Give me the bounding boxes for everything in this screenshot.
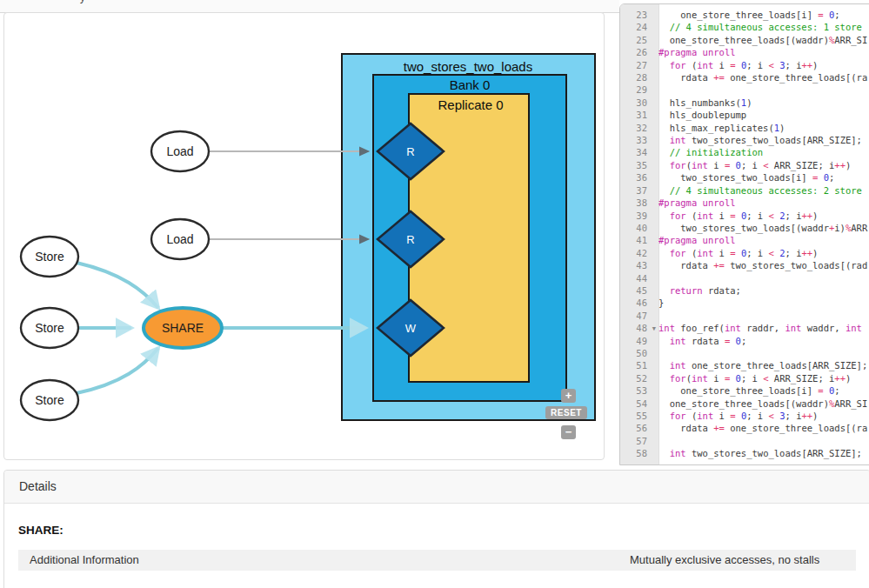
code-text: two_stores_two_loads[(waddr+i)%ARR: [658, 222, 869, 234]
line-number: 45: [620, 284, 658, 297]
line-number: 27: [620, 59, 658, 71]
line-number: 57: [620, 435, 658, 447]
zoom-in-button[interactable]: +: [561, 389, 576, 403]
code-line: 27 for (int i = 0; i < 3; i++): [620, 59, 869, 71]
reset-view-button[interactable]: RESET: [545, 406, 587, 419]
code-text: int two_stores_two_loads[ARR_SIZE];: [658, 134, 869, 146]
code-text: two_stores_two_loads[i] = 0;: [658, 171, 869, 184]
code-text: int rdata = 0;: [658, 335, 869, 347]
details-info-value: Mutually exclusive accesses, no stalls: [630, 550, 819, 571]
code-line: 58 int two_stores_two_loads[ARR_SIZE];: [620, 447, 869, 459]
line-number: 43: [620, 259, 658, 271]
code-line: 35 for(int i = 0; i < ARR_SIZE; i++): [620, 159, 869, 171]
code-line: 49 int rdata = 0;: [620, 335, 869, 347]
code-line: 26#pragma unroll: [620, 46, 869, 58]
line-number: 23: [620, 9, 658, 21]
replicate-block-title: Replicate 0: [438, 97, 503, 112]
code-line: 50: [620, 347, 869, 359]
line-number: 37: [620, 184, 658, 197]
code-line: 39 for (int i = 0; i < 2; i++): [620, 210, 869, 222]
line-number: 31: [620, 109, 658, 121]
line-number: 34: [620, 146, 658, 158]
source-code-pane[interactable]: 23 one_store_three_loads[i] = 0;24 // 4 …: [619, 3, 869, 465]
code-text: [658, 435, 869, 447]
code-text: [658, 272, 869, 284]
code-line: 30 hls_numbanks(1): [620, 97, 869, 109]
code-line: 51 int one_store_three_loads[ARR_SIZE];: [620, 359, 869, 371]
details-body: SHARE: Additional Information Mutually e…: [4, 504, 869, 571]
code-line: 34 // initialization: [620, 146, 869, 158]
code-line: 52 for(int i = 0; i < ARR_SIZE; i++): [620, 372, 869, 384]
code-text: for(int i = 0; i < ARR_SIZE; i++): [658, 159, 869, 171]
code-line: 38#pragma unroll: [620, 197, 869, 209]
line-number: 24: [620, 21, 658, 33]
code-line: 31 hls_doublepump: [620, 109, 869, 121]
edge-store0-share: [77, 263, 158, 308]
line-number: 28: [620, 71, 658, 84]
code-text: int one_store_three_loads[ARR_SIZE];: [658, 359, 869, 371]
line-number: 56: [620, 422, 658, 434]
edge-store2-share: [77, 348, 158, 393]
port-write-0-label: W: [405, 322, 417, 335]
code-line: 46}: [620, 297, 869, 309]
code-line: 24 // 4 simultaneous accesses: 1 store: [620, 21, 869, 33]
line-number: 53: [620, 384, 658, 397]
code-line: 25 one_store_three_loads[(waddr)%ARR_SI: [620, 34, 869, 46]
code-text: one_store_three_loads[(waddr)%ARR_SI: [658, 34, 869, 46]
code-text: int two_stores_two_loads[ARR_SIZE];: [658, 447, 869, 459]
code-text: [658, 310, 869, 322]
line-number: 26: [620, 46, 658, 58]
line-number: 38: [620, 197, 658, 209]
store-node-0-label: Store: [35, 250, 64, 264]
line-number: 55: [620, 410, 658, 422]
code-line: 33 int two_stores_two_loads[ARR_SIZE];: [620, 134, 869, 146]
code-text: rdata += one_store_three_loads[(ra: [658, 71, 869, 84]
code-lines: 23 one_store_three_loads[i] = 0;24 // 4 …: [620, 9, 869, 460]
code-line: 23 one_store_three_loads[i] = 0;: [620, 9, 869, 21]
code-text: for (int i = 0; i < 2; i++): [658, 210, 869, 222]
line-number: 29: [620, 84, 658, 96]
port-read-0-label: R: [406, 145, 414, 158]
code-text: hls_max_replicates(1): [658, 122, 869, 134]
code-text: hls_doublepump: [658, 109, 869, 121]
line-number: 46: [620, 297, 658, 309]
zoom-out-button[interactable]: −: [561, 425, 576, 439]
port-read-1-label: R: [406, 233, 414, 246]
code-line: 44: [620, 272, 869, 284]
line-number: 47: [620, 310, 658, 322]
code-text: for (int i = 0; i < 2; i++): [658, 247, 869, 259]
code-line: 29: [620, 84, 869, 96]
details-header: Details: [4, 471, 869, 504]
store-node-2-label: Store: [35, 393, 64, 407]
memory-block-title: two_stores_two_loads: [404, 59, 532, 74]
memory-diagram-panel[interactable]: two_stores_two_loads Bank 0 Replicate 0 …: [3, 12, 605, 460]
code-line: 40 two_stores_two_loads[(waddr+i)%ARR: [620, 222, 869, 234]
code-line: 45 return rdata;: [620, 284, 869, 297]
code-text: [658, 84, 869, 96]
clipped-toolbar-text: y: [80, 0, 85, 3]
line-number: 54: [620, 398, 658, 410]
code-text: rdata += two_stores_two_loads[(rad: [658, 259, 869, 271]
code-text: rdata += one_store_three_loads[(ra: [658, 422, 869, 434]
code-line: 37 // 4 simultaneous accesses: 2 store: [620, 184, 869, 197]
share-node-label: SHARE: [162, 321, 204, 335]
details-panel: Details SHARE: Additional Information Mu…: [3, 470, 869, 588]
code-text: [658, 347, 869, 359]
line-number: 51: [620, 359, 658, 371]
fold-toggle-icon[interactable]: ▼: [652, 323, 656, 335]
code-text: #pragma unroll: [658, 234, 869, 246]
code-line: 43 rdata += two_stores_two_loads[(rad: [620, 259, 869, 271]
code-text: for (int i = 0; i < 3; i++): [658, 410, 869, 422]
code-line: 56 rdata += one_store_three_loads[(ra: [620, 422, 869, 434]
line-number: 36: [620, 171, 658, 184]
code-line: 36 two_stores_two_loads[i] = 0;: [620, 171, 869, 184]
code-line: 42 for (int i = 0; i < 2; i++): [620, 247, 869, 259]
details-info-row: Additional Information Mutually exclusiv…: [18, 550, 856, 571]
code-line: 54 one_store_three_loads[(waddr)%ARR_SI: [620, 398, 869, 410]
code-line: 53 one_store_three_loads[i] = 0;: [620, 384, 869, 397]
load-node-0-label: Load: [166, 144, 193, 158]
code-text: one_store_three_loads[(waddr)%ARR_SI: [658, 398, 869, 410]
bank-block-title: Bank 0: [450, 77, 491, 92]
line-number: 32: [620, 122, 658, 134]
line-number: 50: [620, 347, 658, 359]
